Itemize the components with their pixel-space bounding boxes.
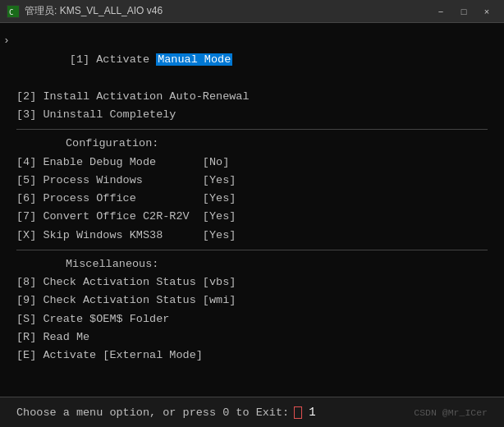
menu-item-s: [S] Create $OEM$ Folder (16, 310, 488, 328)
svg-text:C: C (9, 8, 13, 16)
window-controls: − □ × (430, 3, 497, 20)
left-arrow-icon: › (3, 34, 10, 47)
divider-2 (16, 250, 488, 250)
terminal-content: › [1] Activate Manual Mode [2] Install A… (0, 23, 504, 427)
menu-item-8: [8] Check Activation Status [vbs] (16, 273, 488, 292)
titlebar-left: C 管理员: KMS_VL_ALL_AIO v46 (7, 4, 163, 18)
misc-title: Miscellaneous: (66, 255, 488, 273)
menu-item-1-prefix: [1] Activate (70, 53, 156, 66)
menu-item-e: [E] Activate [External Mode] (16, 347, 488, 365)
titlebar: C 管理员: KMS_VL_ALL_AIO v46 − □ × (0, 0, 504, 23)
menu-area: [1] Activate Manual Mode [2] Install Act… (0, 33, 504, 397)
menu-item-1: [1] Activate Manual Mode (16, 33, 488, 88)
minimize-button[interactable]: − (430, 3, 451, 20)
menu-item-7: [7] Convert Office C2R-R2V [Yes] (16, 208, 488, 226)
prompt-text: Choose a menu option, or press 0 to Exit… (16, 406, 289, 419)
menu-item-r: [R] Read Me (16, 328, 488, 347)
app-icon: C (7, 5, 20, 18)
manual-mode-badge: Manual Mode (156, 53, 232, 66)
watermark: CSDN @Mr_ICer (414, 407, 488, 418)
menu-item-6: [6] Process Office [Yes] (16, 190, 488, 208)
divider-1 (16, 129, 488, 130)
prompt-area: Choose a menu option, or press 0 to Exit… (16, 406, 316, 419)
window-title: 管理员: KMS_VL_ALL_AIO v46 (25, 4, 163, 18)
menu-item-5: [5] Process Windows [Yes] (16, 172, 488, 190)
menu-item-4: [4] Enable Debug Mode [No] (16, 154, 488, 172)
prompt-bar: Choose a menu option, or press 0 to Exit… (0, 397, 504, 427)
menu-item-2: [2] Install Activation Auto-Renewal (16, 88, 488, 106)
menu-item-3: [3] Uninstall Completely (16, 106, 488, 124)
main-window: C 管理员: KMS_VL_ALL_AIO v46 − □ × › [1] Ac… (0, 0, 504, 427)
maximize-button[interactable]: □ (453, 3, 474, 20)
close-button[interactable]: × (476, 3, 497, 20)
menu-item-x: [X] Skip Windows KMS38 [Yes] (16, 227, 488, 245)
config-title: Configuration: (66, 135, 488, 153)
prompt-number: 1 (309, 406, 315, 419)
input-cursor[interactable] (294, 406, 302, 419)
menu-item-9: [9] Check Activation Status [wmi] (16, 292, 488, 310)
